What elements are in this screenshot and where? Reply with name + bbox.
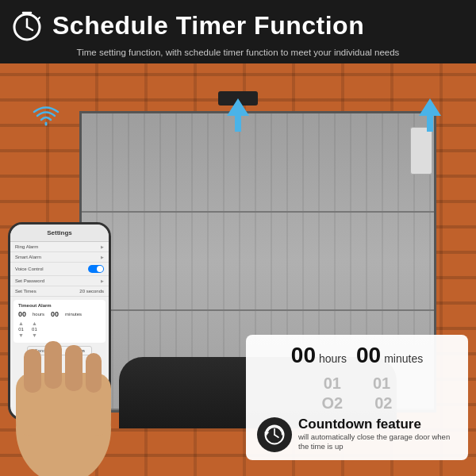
phone-row-smart-alarm: Smart Alarm ▶ (10, 252, 109, 263)
sub-hours-2: O2 (322, 394, 344, 413)
hours-value: 00 (291, 343, 316, 368)
sub-minutes-2: 02 (374, 394, 392, 413)
arrow-up-right (416, 95, 444, 138)
countdown-title: Countdown feature (298, 417, 457, 432)
minutes-value: 00 (356, 343, 381, 368)
hand-icon (0, 301, 143, 476)
main-container: Schedule Timer Function Time setting fun… (0, 0, 476, 476)
header-subtitle: Time setting function, with schedule tim… (10, 46, 466, 59)
countdown-subtitle: will automatically close the garage door… (298, 432, 457, 452)
countdown-icon (257, 417, 292, 452)
svg-line-4 (37, 17, 40, 20)
voice-control-toggle[interactable] (88, 265, 104, 273)
timer-clock-icon (10, 8, 44, 43)
svg-line-2 (27, 27, 33, 30)
svg-rect-9 (24, 349, 41, 393)
minutes-label: minutes (384, 352, 423, 365)
countdown-row: Countdown feature will automatically clo… (257, 417, 457, 452)
sub-hours-1: 01 (324, 374, 341, 393)
timer-sub-row: 01 01 (257, 374, 457, 393)
svg-line-15 (274, 435, 278, 437)
hours-label: hours (319, 352, 347, 365)
sub-minutes-1: 01 (373, 374, 390, 393)
phone-settings-header: Settings (10, 225, 109, 242)
timer-panel: 00 hours 00 minutes 01 01 O2 02 (246, 335, 468, 460)
svg-rect-11 (65, 345, 83, 391)
svg-marker-5 (227, 98, 249, 132)
arrow-up-left (224, 95, 252, 138)
phone-row-times: Set Times 20 seconds (10, 286, 109, 297)
timer-sub-row-2: O2 02 (257, 394, 457, 413)
header-title: Schedule Timer Function (52, 13, 364, 38)
phone-container: Settings Ring Alarm ▶ Smart Alarm ▶ Voic… (0, 206, 143, 476)
phone-row-voice-control[interactable]: Voice Control (10, 263, 109, 276)
countdown-text-block: Countdown feature will automatically clo… (298, 417, 457, 451)
svg-marker-6 (419, 98, 441, 132)
header-bar: Schedule Timer Function Time setting fun… (0, 0, 476, 63)
wifi-signal-icon (32, 102, 60, 131)
timer-time-row: 00 hours 00 minutes (257, 343, 457, 368)
wifi-arrows-container (32, 95, 444, 138)
svg-rect-10 (44, 341, 62, 389)
phone-row-password: Set Password ▶ (10, 276, 109, 286)
phone-row-ring-alarm: Ring Alarm ▶ (10, 242, 109, 252)
svg-rect-12 (86, 353, 102, 393)
